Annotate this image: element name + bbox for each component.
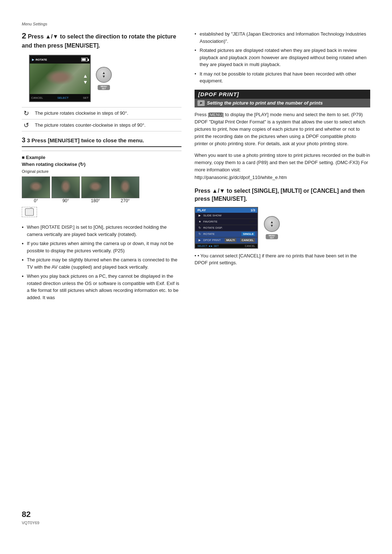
cw-description: The picture rotates clockwise in steps o… <box>35 110 128 117</box>
example-label: ■ Example <box>22 155 181 160</box>
cw-symbol-icon: ↻ <box>22 109 30 117</box>
left-bullet-list: When [ROTATE DISP.] is set to [ON], pict… <box>22 224 181 301</box>
play-menu-header: PLAY 1/3 <box>195 208 257 213</box>
step3-title: 3 3 Press [MENU/SET] twice to close the … <box>22 137 181 147</box>
slide-show-label: SLIDE SHOW <box>203 214 221 217</box>
rot-img-90 <box>52 176 80 198</box>
play-menu-select-label: SELECT ◄► SET <box>197 245 219 247</box>
cancel-note-text: • You cannot select [CANCEL] if there ar… <box>195 253 357 266</box>
rot-item-270: 270° <box>111 176 139 203</box>
lcd-top-bar: ▶ ROTATE <box>30 56 90 64</box>
page: Menu Settings 2 Press ▲/▼ to select the … <box>0 0 392 554</box>
cancel-note: • • You cannot select [CANCEL] if there … <box>195 252 370 266</box>
rotate-disp-icon: ↻ <box>197 226 202 230</box>
rot-label-180: 180° <box>91 198 100 203</box>
cancel-bullet-icon: • <box>195 253 196 258</box>
dpof-body-2: When you want to use a photo printing st… <box>195 152 370 181</box>
play-menu-row: PLAY 1/3 ▶ SLIDE SHOW ★ F <box>195 207 370 249</box>
ccw-symbol-icon: ↺ <box>22 121 30 129</box>
play-menu-item-1: ★ FAVORITE OFF <box>195 219 257 225</box>
play-dpad-circle: ▲ ▼ <box>264 216 280 232</box>
dpad-down-icon: ▼ <box>102 75 106 78</box>
rotate-disp-label: ROTATE DISP. <box>203 226 222 229</box>
favorite-value: OFF <box>249 220 255 223</box>
menu-set-label: MENUSET <box>101 85 107 90</box>
dpof-print-icon: ▶ <box>197 100 205 106</box>
step2-title: 2 Press ▲/▼ to select the direction to r… <box>22 30 181 50</box>
lcd-screen: ▶ ROTATE ▲ ▼ <box>29 55 91 102</box>
rotation-row-ccw: ↺ The picture rotates counter-clockwise … <box>22 119 181 131</box>
divider <box>22 151 181 151</box>
slide-show-icon: ▶ <box>197 213 202 218</box>
rotate-label: ROTATE <box>203 232 215 236</box>
clockwise-label: When rotating clockwise (↻) <box>22 162 181 167</box>
rot-label-0: 0° <box>34 198 38 203</box>
play-menu-screen: PLAY 1/3 ▶ SLIDE SHOW ★ F <box>195 207 258 249</box>
dpof-menu-icon: ▶ <box>197 238 202 243</box>
lcd-cancel-label: CANCEL <box>31 96 43 99</box>
lcd-bottom-bar: CANCEL SELECT SET <box>30 94 90 101</box>
rotation-table: ↻ The picture rotates clockwise in steps… <box>22 107 181 131</box>
lcd-image: ▲ ▼ <box>30 64 90 94</box>
play-menu-item-2: ↻ ROTATE DISP. ON <box>195 225 257 231</box>
original-label: Original picture <box>22 169 181 174</box>
lcd-battery <box>81 58 88 61</box>
page-number: 82 <box>22 510 370 519</box>
doc-code: VQT0Y69 <box>22 521 370 525</box>
play-dpad: ▲ ▼ MENUSET <box>264 216 280 239</box>
right-intro-bullets: established by "JEITA (Japan Electronics… <box>195 30 370 85</box>
lcd-arrows: ▲ ▼ <box>83 73 88 85</box>
dpof-menu-label: DPOF PRINT <box>203 239 221 242</box>
memory-card-note <box>22 207 37 217</box>
rotation-row-cw: ↻ The picture rotates clockwise in steps… <box>22 107 181 119</box>
play-menu-set-label: MENUSET <box>269 235 275 239</box>
rotation-strip: 0° 90° 180° <box>22 176 181 203</box>
play-menu-header-left: PLAY <box>197 208 206 212</box>
play-dpad-down-icon: ▼ <box>270 224 274 228</box>
play-menu-item-4: ▶ DPOF PRINT MULTI CANCEL <box>195 237 257 244</box>
dpad-circle: ▲ ▼ <box>96 67 112 83</box>
rot-img-270 <box>111 176 139 198</box>
camera-display: ▶ ROTATE ▲ ▼ <box>29 55 181 102</box>
rot-item-90: 90° <box>52 176 80 203</box>
rotate-value-single: SINGLE <box>241 232 255 236</box>
up-arrow-icon: ▲ <box>83 73 88 78</box>
right-column: established by "JEITA (Japan Electronics… <box>195 30 370 490</box>
rot-label-270: 270° <box>121 198 130 203</box>
step2-number: 2 <box>22 31 26 40</box>
play-menu-cancel-label: CANCEL <box>245 245 255 247</box>
bullet-item-1: If you take pictures when aiming the cam… <box>22 240 181 254</box>
play-menu-item-3: ↻ ROTATE SINGLE <box>195 231 257 237</box>
lcd-select-label: SELECT <box>57 96 69 99</box>
rot-img-180 <box>81 176 110 198</box>
dpof-header: [DPOF PRINT] <box>195 90 370 99</box>
rot-item-180: 180° <box>81 176 110 203</box>
ccw-description: The picture rotates counter-clockwise in… <box>35 122 146 129</box>
play-menu-bottom: SELECT ◄► SET CANCEL <box>195 244 257 248</box>
intro-bullet-1: Rotated pictures are displayed rotated w… <box>195 47 370 68</box>
down-arrow-icon: ▼ <box>83 80 88 85</box>
lcd-rotate-text: ROTATE <box>36 58 47 61</box>
page-footer: 82 VQT0Y69 <box>22 499 370 525</box>
lcd-rotate-label: ▶ <box>32 58 34 61</box>
bullet-item-2: The picture may be slightly blurred when… <box>22 256 181 270</box>
memory-card-icon <box>25 208 34 216</box>
dpof-subtitle: ▶ Setting the picture to print and the n… <box>195 99 370 107</box>
rotate-disp-value: ON <box>251 226 255 229</box>
rot-item-0: 0° <box>22 176 50 203</box>
play-menu-header-right: 1/3 <box>250 208 255 212</box>
dpof-value-multi: MULTI <box>225 238 236 242</box>
play-menu-set-button: MENUSET <box>266 234 278 239</box>
menu-set-button: MENUSET <box>98 85 110 90</box>
favorite-label: FAVORITE <box>203 220 217 223</box>
press-title: Press ▲/▼ to select [SINGLE], [MULTI] or… <box>195 187 370 203</box>
favorite-icon: ★ <box>197 220 202 224</box>
dpad: ▲ ▼ MENUSET <box>96 67 112 90</box>
rotate-icon: ↻ <box>197 232 202 236</box>
dpof-value-cancel: CANCEL <box>240 238 255 242</box>
dpof-body: Press [MENU] to display the [PLAY] mode … <box>195 111 370 148</box>
left-column: 2 Press ▲/▼ to select the direction to r… <box>22 30 181 490</box>
lcd-set-label: SET <box>83 96 89 99</box>
breadcrumb: Menu Settings <box>22 22 370 26</box>
rot-label-90: 90° <box>62 198 69 203</box>
